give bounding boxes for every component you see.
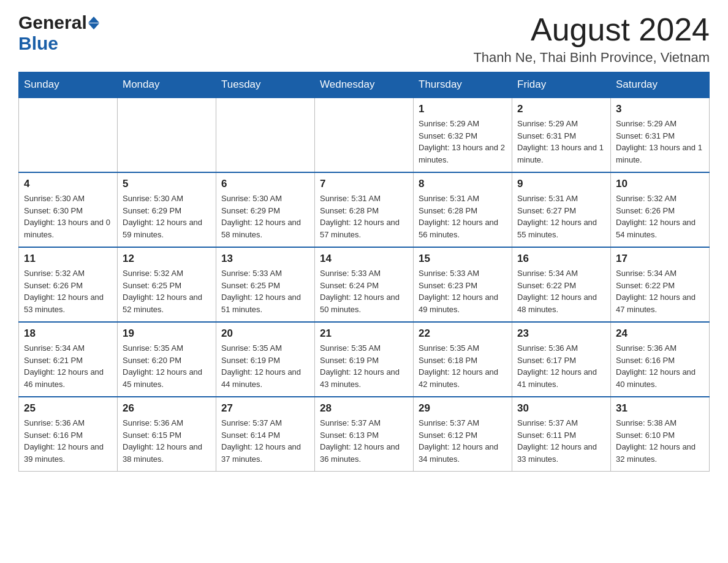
day-detail: Sunrise: 5:35 AM Sunset: 6:19 PM Dayligh… <box>221 342 309 390</box>
day-detail: Sunrise: 5:36 AM Sunset: 6:16 PM Dayligh… <box>24 417 112 465</box>
calendar-table: SundayMondayTuesdayWednesdayThursdayFrid… <box>18 72 710 472</box>
calendar-cell: 29Sunrise: 5:37 AM Sunset: 6:12 PM Dayli… <box>414 397 512 472</box>
calendar-week-1: 1Sunrise: 5:29 AM Sunset: 6:32 PM Daylig… <box>19 98 710 172</box>
day-detail: Sunrise: 5:34 AM Sunset: 6:21 PM Dayligh… <box>24 342 112 390</box>
column-header-sunday: Sunday <box>19 72 118 98</box>
day-number: 27 <box>221 402 309 415</box>
logo-icon <box>88 17 99 29</box>
calendar-cell: 19Sunrise: 5:35 AM Sunset: 6:20 PM Dayli… <box>118 322 216 397</box>
day-number: 21 <box>320 327 408 340</box>
column-header-monday: Monday <box>118 72 216 98</box>
calendar-cell: 18Sunrise: 5:34 AM Sunset: 6:21 PM Dayli… <box>19 322 118 397</box>
column-header-thursday: Thursday <box>414 72 512 98</box>
day-detail: Sunrise: 5:30 AM Sunset: 6:29 PM Dayligh… <box>123 193 211 240</box>
calendar-cell: 12Sunrise: 5:32 AM Sunset: 6:25 PM Dayli… <box>118 247 216 322</box>
calendar-cell: 11Sunrise: 5:32 AM Sunset: 6:26 PM Dayli… <box>19 247 118 322</box>
day-detail: Sunrise: 5:37 AM Sunset: 6:13 PM Dayligh… <box>320 417 408 465</box>
calendar-cell: 21Sunrise: 5:35 AM Sunset: 6:19 PM Dayli… <box>315 322 414 397</box>
column-header-wednesday: Wednesday <box>315 72 414 98</box>
day-detail: Sunrise: 5:32 AM Sunset: 6:26 PM Dayligh… <box>616 193 704 240</box>
title-block: August 2024 Thanh Ne, Thai Binh Province… <box>473 12 710 66</box>
day-detail: Sunrise: 5:35 AM Sunset: 6:19 PM Dayligh… <box>320 342 408 390</box>
calendar-cell: 5Sunrise: 5:30 AM Sunset: 6:29 PM Daylig… <box>118 172 216 247</box>
day-detail: Sunrise: 5:37 AM Sunset: 6:11 PM Dayligh… <box>517 417 605 465</box>
calendar-cell: 8Sunrise: 5:31 AM Sunset: 6:28 PM Daylig… <box>414 172 512 247</box>
calendar-cell: 3Sunrise: 5:29 AM Sunset: 6:31 PM Daylig… <box>611 98 710 172</box>
calendar-cell: 20Sunrise: 5:35 AM Sunset: 6:19 PM Dayli… <box>216 322 315 397</box>
calendar-cell: 13Sunrise: 5:33 AM Sunset: 6:25 PM Dayli… <box>216 247 315 322</box>
day-detail: Sunrise: 5:34 AM Sunset: 6:22 PM Dayligh… <box>616 267 704 315</box>
day-number: 25 <box>24 402 112 415</box>
calendar-cell <box>118 98 216 172</box>
day-number: 26 <box>123 402 211 415</box>
day-number: 2 <box>517 103 605 115</box>
day-number: 20 <box>221 327 309 340</box>
calendar-cell: 30Sunrise: 5:37 AM Sunset: 6:11 PM Dayli… <box>512 397 611 472</box>
day-number: 5 <box>123 178 211 190</box>
day-detail: Sunrise: 5:30 AM Sunset: 6:30 PM Dayligh… <box>24 193 112 240</box>
day-detail: Sunrise: 5:35 AM Sunset: 6:20 PM Dayligh… <box>123 342 211 390</box>
day-detail: Sunrise: 5:33 AM Sunset: 6:25 PM Dayligh… <box>221 267 309 315</box>
day-number: 8 <box>419 178 507 190</box>
day-detail: Sunrise: 5:36 AM Sunset: 6:16 PM Dayligh… <box>616 342 704 390</box>
day-number: 28 <box>320 402 408 415</box>
day-detail: Sunrise: 5:34 AM Sunset: 6:22 PM Dayligh… <box>517 267 605 315</box>
calendar-cell: 14Sunrise: 5:33 AM Sunset: 6:24 PM Dayli… <box>315 247 414 322</box>
day-number: 1 <box>419 103 507 115</box>
logo: General Blue <box>18 12 99 54</box>
location-title: Thanh Ne, Thai Binh Province, Vietnam <box>473 50 710 66</box>
calendar-header-row: SundayMondayTuesdayWednesdayThursdayFrid… <box>19 72 710 98</box>
day-number: 7 <box>320 178 408 190</box>
day-number: 22 <box>419 327 507 340</box>
calendar-cell: 9Sunrise: 5:31 AM Sunset: 6:27 PM Daylig… <box>512 172 611 247</box>
calendar-cell: 27Sunrise: 5:37 AM Sunset: 6:14 PM Dayli… <box>216 397 315 472</box>
day-detail: Sunrise: 5:38 AM Sunset: 6:10 PM Dayligh… <box>616 417 704 465</box>
day-number: 31 <box>616 402 704 415</box>
day-detail: Sunrise: 5:33 AM Sunset: 6:23 PM Dayligh… <box>419 267 507 315</box>
day-number: 30 <box>517 402 605 415</box>
calendar-cell: 22Sunrise: 5:35 AM Sunset: 6:18 PM Dayli… <box>414 322 512 397</box>
day-detail: Sunrise: 5:31 AM Sunset: 6:27 PM Dayligh… <box>517 193 605 240</box>
page-header: General Blue August 2024 Thanh Ne, Thai … <box>18 12 710 66</box>
day-detail: Sunrise: 5:31 AM Sunset: 6:28 PM Dayligh… <box>419 193 507 240</box>
day-number: 4 <box>24 178 112 190</box>
day-number: 24 <box>616 327 704 340</box>
calendar-cell: 1Sunrise: 5:29 AM Sunset: 6:32 PM Daylig… <box>414 98 512 172</box>
day-number: 14 <box>320 253 408 265</box>
day-number: 3 <box>616 103 704 115</box>
calendar-cell: 6Sunrise: 5:30 AM Sunset: 6:29 PM Daylig… <box>216 172 315 247</box>
day-detail: Sunrise: 5:37 AM Sunset: 6:14 PM Dayligh… <box>221 417 309 465</box>
day-detail: Sunrise: 5:30 AM Sunset: 6:29 PM Dayligh… <box>221 193 309 240</box>
calendar-week-5: 25Sunrise: 5:36 AM Sunset: 6:16 PM Dayli… <box>19 397 710 472</box>
day-detail: Sunrise: 5:32 AM Sunset: 6:25 PM Dayligh… <box>123 267 211 315</box>
day-number: 12 <box>123 253 211 265</box>
day-number: 9 <box>517 178 605 190</box>
day-detail: Sunrise: 5:31 AM Sunset: 6:28 PM Dayligh… <box>320 193 408 240</box>
day-number: 18 <box>24 327 112 340</box>
calendar-cell: 4Sunrise: 5:30 AM Sunset: 6:30 PM Daylig… <box>19 172 118 247</box>
day-detail: Sunrise: 5:29 AM Sunset: 6:31 PM Dayligh… <box>616 118 704 166</box>
calendar-cell: 7Sunrise: 5:31 AM Sunset: 6:28 PM Daylig… <box>315 172 414 247</box>
calendar-cell: 15Sunrise: 5:33 AM Sunset: 6:23 PM Dayli… <box>414 247 512 322</box>
day-number: 15 <box>419 253 507 265</box>
calendar-cell: 16Sunrise: 5:34 AM Sunset: 6:22 PM Dayli… <box>512 247 611 322</box>
calendar-cell <box>315 98 414 172</box>
day-detail: Sunrise: 5:36 AM Sunset: 6:15 PM Dayligh… <box>123 417 211 465</box>
day-number: 10 <box>616 178 704 190</box>
day-number: 17 <box>616 253 704 265</box>
day-number: 23 <box>517 327 605 340</box>
calendar-cell <box>19 98 118 172</box>
day-number: 19 <box>123 327 211 340</box>
day-number: 6 <box>221 178 309 190</box>
calendar-cell: 31Sunrise: 5:38 AM Sunset: 6:10 PM Dayli… <box>611 397 710 472</box>
day-number: 29 <box>419 402 507 415</box>
day-detail: Sunrise: 5:35 AM Sunset: 6:18 PM Dayligh… <box>419 342 507 390</box>
day-detail: Sunrise: 5:33 AM Sunset: 6:24 PM Dayligh… <box>320 267 408 315</box>
day-detail: Sunrise: 5:36 AM Sunset: 6:17 PM Dayligh… <box>517 342 605 390</box>
calendar-cell: 10Sunrise: 5:32 AM Sunset: 6:26 PM Dayli… <box>611 172 710 247</box>
day-number: 11 <box>24 253 112 265</box>
calendar-cell: 26Sunrise: 5:36 AM Sunset: 6:15 PM Dayli… <box>118 397 216 472</box>
calendar-week-3: 11Sunrise: 5:32 AM Sunset: 6:26 PM Dayli… <box>19 247 710 322</box>
day-number: 16 <box>517 253 605 265</box>
calendar-week-4: 18Sunrise: 5:34 AM Sunset: 6:21 PM Dayli… <box>19 322 710 397</box>
